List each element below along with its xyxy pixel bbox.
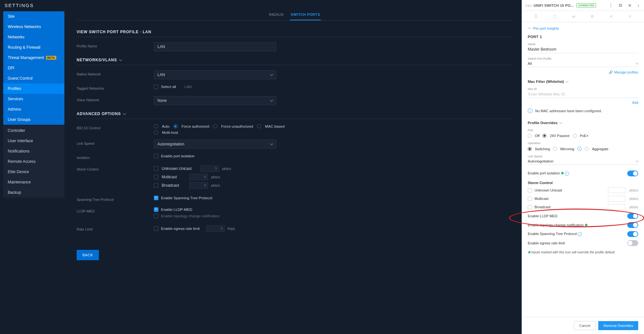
section-mac-filter[interactable]: Mac Filter (Whitelist) (528, 80, 638, 84)
radio-poe-off[interactable] (528, 134, 532, 138)
toggle-topo[interactable] (627, 222, 638, 228)
select-native-network[interactable]: LAN (154, 70, 276, 79)
input-mac-id[interactable] (528, 91, 638, 98)
sidebar-item-networks[interactable]: Networks (3, 32, 64, 42)
sidebar-item-guest[interactable]: Guest Control (3, 73, 64, 84)
checkbox-egress-rate-limit[interactable] (154, 226, 158, 231)
toggle-port-isolation[interactable] (627, 171, 638, 176)
input-profile-name[interactable] (154, 42, 276, 51)
section-advanced[interactable]: ADVANCED OPTIONS (77, 112, 513, 116)
sidebar-item-threat[interactable]: Threat ManagementBETA (3, 53, 64, 63)
sidebar-item-routing[interactable]: Routing & Firewall (3, 42, 64, 53)
chevron-down-icon (636, 62, 638, 65)
checkbox-ov-bc[interactable] (528, 205, 532, 209)
activity-icon: ⁓ (528, 26, 531, 30)
info-icon[interactable]: i (565, 172, 569, 176)
input-ov-bc[interactable] (608, 204, 625, 210)
radio-auto[interactable] (154, 124, 158, 128)
popout-icon[interactable]: ⧉ (617, 2, 624, 9)
sidebar-item-admins[interactable]: Admins (3, 104, 64, 114)
radio-poe-plus[interactable] (573, 134, 577, 138)
sidebar-item-backup[interactable]: Backup (3, 187, 64, 198)
sidebar-item-site[interactable]: Site (3, 11, 64, 22)
more-icon[interactable]: ⋮ (607, 2, 615, 9)
sidebar-item-dpi[interactable]: DPI (3, 63, 64, 73)
chevron-down-icon (270, 73, 273, 77)
checkbox-enable-lldp[interactable] (154, 207, 158, 212)
input-egress-rate[interactable]: ⇅ (206, 225, 225, 232)
select-voice-network[interactable]: None (154, 96, 276, 105)
sidebar-item-notifications[interactable]: Notifications (3, 146, 64, 156)
sidebar-item-services[interactable]: Services (3, 94, 64, 104)
sidebar-item-profiles[interactable]: Profiles (3, 84, 64, 94)
override-star-icon: ✱ (561, 171, 564, 175)
add-mac-link[interactable]: Add (528, 101, 638, 104)
sidebar-item-wireless[interactable]: Wireless Networks (3, 22, 64, 32)
profile-tabs: RADIUS SWITCH PORTS (77, 9, 513, 21)
sidebar-item-usergroups[interactable]: User Groups (3, 114, 64, 125)
checkbox-enable-topo[interactable] (154, 214, 158, 218)
radio-multi-host[interactable] (154, 130, 158, 134)
input-ov-uu[interactable] (608, 187, 625, 193)
back-button[interactable]: BACK (77, 250, 99, 260)
checkbox-broadcast[interactable] (154, 183, 158, 188)
page-title: SETTINGS (5, 3, 34, 8)
toggle-lldp-med[interactable] (627, 213, 638, 219)
tab-list-icon[interactable]: ☰ (533, 14, 539, 19)
select-spp[interactable]: All (528, 60, 638, 67)
label-egress-ov: Enable egress rate limit (528, 241, 565, 245)
label-rate-limit: Rate Limit (77, 225, 154, 231)
checkbox-ov-uu[interactable] (528, 188, 532, 192)
tab-switch-ports[interactable]: SWITCH PORTS (290, 9, 321, 20)
sidebar-item-elite[interactable]: Elite Device (3, 167, 64, 177)
manage-profiles-link[interactable]: 🔗Manage profiles (528, 70, 638, 74)
input-ov-mc[interactable] (608, 196, 625, 201)
section-networks-vlans[interactable]: NETWORKS/VLANS (77, 58, 513, 62)
nav-primary: Site Wireless Networks Networks Routing … (3, 11, 64, 125)
toggle-egress[interactable] (627, 240, 638, 246)
select-link-speed[interactable]: Autonegotiation (154, 140, 276, 149)
label-profile-name: Profile Name (77, 42, 154, 48)
sidebar-item-remote[interactable]: Remote Access (3, 156, 64, 167)
radio-poe-24v[interactable] (543, 134, 546, 138)
toggle-stp[interactable] (627, 231, 638, 237)
radio-mirroring[interactable] (553, 147, 557, 151)
tab-display-icon[interactable]: ▢ (552, 14, 558, 19)
checkbox-enable-stp[interactable] (154, 196, 158, 200)
checkbox-select-all[interactable] (154, 84, 158, 89)
tab-radius[interactable]: RADIUS (269, 9, 284, 20)
radio-aggregate[interactable] (585, 147, 589, 151)
per-port-insights-link[interactable]: ⁓Per-port insights (528, 26, 638, 30)
sidebar-item-ui[interactable]: User Interface (3, 136, 64, 146)
input-unknown-unicast[interactable]: ⇅ (200, 165, 219, 172)
checkbox-unknown-unicast[interactable] (154, 166, 158, 171)
device-title: UNIFI SWITCH 16 PO... (534, 4, 574, 7)
next-icon[interactable]: › (636, 2, 641, 9)
remove-overrides-button[interactable]: Remove Overrides (598, 321, 638, 330)
input-multicast[interactable]: ⇅ (189, 174, 208, 180)
override-star-icon: ✱ (528, 251, 530, 254)
value-name[interactable]: Master Bedroom (528, 46, 638, 53)
tab-stats-icon[interactable]: ⫼ (627, 14, 633, 19)
section-profile-overrides[interactable]: Profile Overrides (528, 121, 638, 125)
sidebar-item-maintenance[interactable]: Maintenance (3, 177, 64, 187)
label-voice-network: Voice Network (77, 96, 154, 102)
radio-mac-based[interactable] (257, 124, 261, 128)
checkbox-ov-mc[interactable] (528, 197, 532, 201)
close-icon[interactable]: ✕ (626, 2, 633, 9)
input-broadcast[interactable]: ⇅ (189, 182, 208, 189)
radio-force-unauth[interactable] (213, 124, 217, 128)
chevron-down-icon (123, 112, 126, 116)
cancel-button[interactable]: Cancel (574, 321, 596, 330)
info-icon[interactable]: i (578, 232, 582, 236)
radio-switching[interactable] (528, 147, 532, 151)
radio-force-auth[interactable] (174, 124, 178, 128)
select-link-speed-ov[interactable]: Autonegotiation (528, 158, 638, 165)
checkbox-multicast[interactable] (154, 175, 158, 179)
tab-ports-icon[interactable]: ▱ (570, 14, 577, 19)
sidebar-item-controller[interactable]: Controller (3, 125, 64, 136)
tab-settings-icon[interactable]: ⚙ (589, 14, 596, 19)
checkbox-port-isolation[interactable] (154, 154, 158, 158)
info-icon[interactable]: i (577, 147, 582, 151)
tab-tools-icon[interactable]: ✕ (608, 14, 614, 19)
